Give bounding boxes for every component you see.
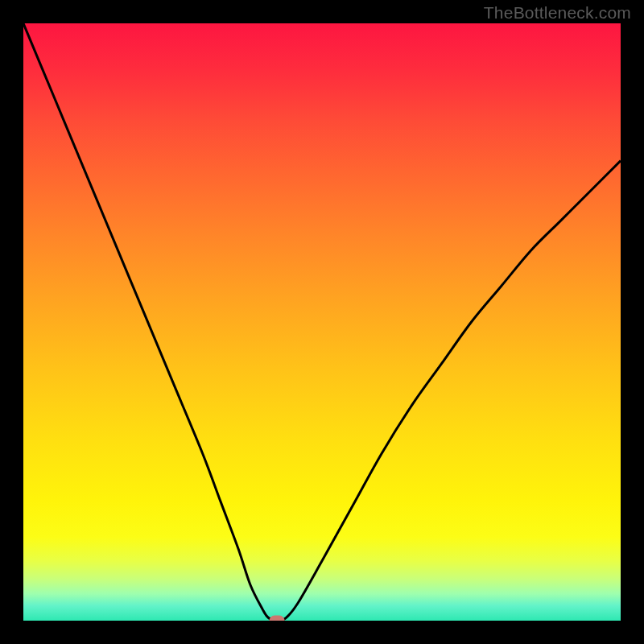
- chart-container: TheBottleneck.com: [0, 0, 644, 644]
- bottleneck-curve: [23, 23, 621, 621]
- watermark-text: TheBottleneck.com: [484, 3, 631, 23]
- curve-svg: [23, 23, 621, 621]
- plot-area: [23, 23, 621, 621]
- optimal-point-marker: [270, 616, 285, 621]
